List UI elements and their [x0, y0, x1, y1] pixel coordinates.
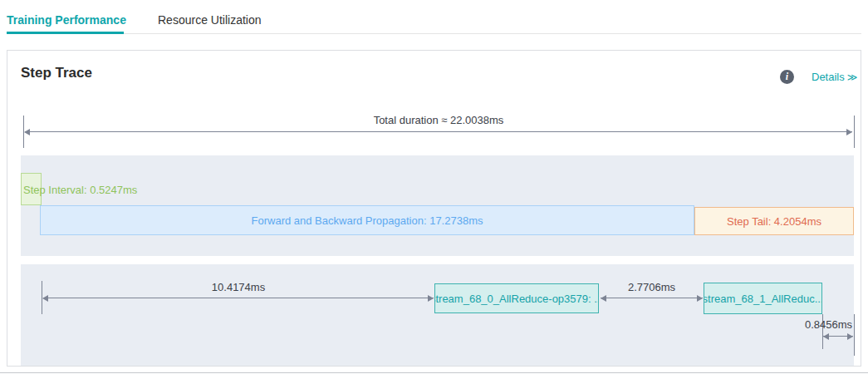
double-chevron-right-icon: ≫: [847, 71, 858, 83]
total-duration-label: Total duration ≈ 22.0038ms: [23, 114, 854, 126]
arrowhead-left-icon: [601, 295, 606, 302]
details-label: Details: [812, 71, 845, 83]
tab-training-performance[interactable]: Training Performance: [7, 13, 126, 27]
total-duration-arrow-line: [25, 131, 852, 132]
allreduce-op-1-box[interactable]: stream_68_0_AllReduce-op3579: ...: [434, 283, 599, 313]
arrowhead-right-icon: [846, 129, 852, 135]
step-interval-label: Step Interval: 0.5247ms: [23, 184, 137, 196]
details-link[interactable]: Details≫: [812, 71, 857, 83]
arrowhead-right-icon: [428, 295, 434, 302]
window-bottom-edge: [0, 372, 868, 373]
pre-gap-arrow-line: [43, 298, 434, 298]
post-gap-right-tick: [854, 314, 855, 356]
total-duration-right-tick: [854, 116, 855, 148]
profiler-page: Training Performance Resource Utilizatio…: [0, 0, 868, 374]
info-icon-glyph: i: [786, 71, 788, 83]
arrowhead-left-icon: [823, 333, 829, 340]
fp-bp-bar[interactable]: Forward and Backward Propagation: 17.273…: [40, 205, 694, 235]
mid-gap-arrow-line: [601, 298, 703, 298]
arrowhead-left-icon: [24, 129, 30, 135]
reduce-row-track: [21, 264, 854, 366]
tab-resource-utilization[interactable]: Resource Utilization: [158, 13, 262, 27]
step-tail-bar[interactable]: Step Tail: 4.2054ms: [694, 207, 854, 235]
post-gap-label: 0.8456ms: [763, 318, 852, 331]
active-tab-underline: [7, 32, 124, 34]
panel-title: Step Trace: [21, 65, 92, 81]
mid-gap-label: 2.7706ms: [601, 281, 703, 293]
arrowhead-right-icon: [847, 333, 853, 340]
info-icon[interactable]: i: [780, 70, 794, 84]
arrowhead-left-icon: [42, 295, 48, 302]
pre-gap-label: 10.4174ms: [43, 281, 434, 293]
arrowhead-right-icon: [697, 295, 703, 302]
allreduce-op-2-box[interactable]: stream_68_1_AllReduc...: [704, 283, 822, 314]
tab-bar-divider: [7, 33, 861, 34]
